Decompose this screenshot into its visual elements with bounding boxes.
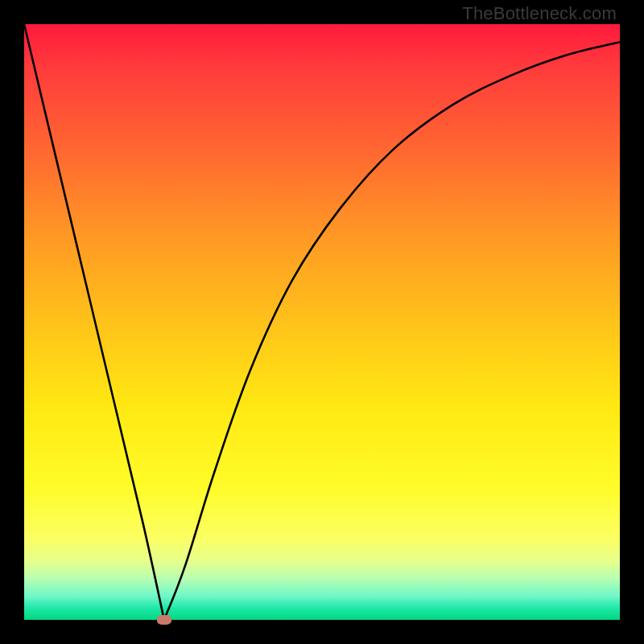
plot-area <box>24 24 620 620</box>
chart-frame: TheBottleneck.com <box>0 0 644 644</box>
watermark-text: TheBottleneck.com <box>462 3 617 24</box>
bottleneck-curve <box>24 24 620 620</box>
curve-path <box>24 24 620 620</box>
